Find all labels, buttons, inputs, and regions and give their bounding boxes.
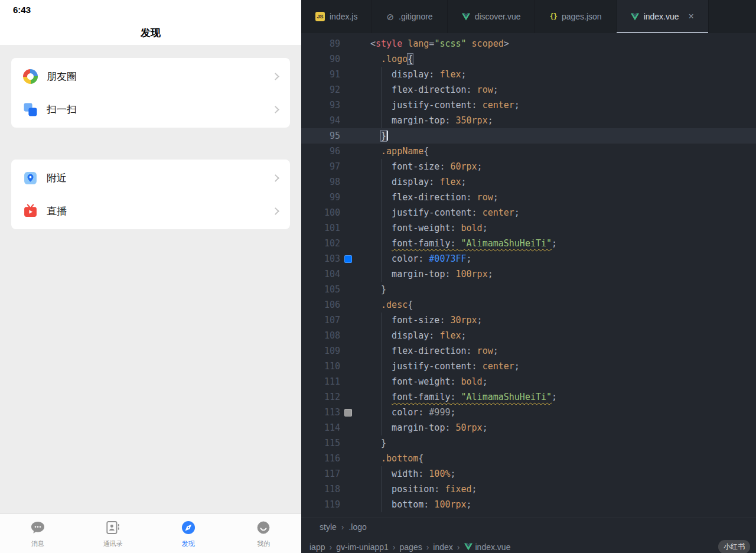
indent-guide bbox=[381, 205, 382, 220]
breadcrumb-label: style bbox=[320, 522, 337, 532]
tabbar-item-label: 通讯录 bbox=[103, 539, 123, 548]
code-line[interactable]: 89<style lang="scss" scoped> bbox=[301, 36, 756, 51]
code-line[interactable]: 97font-size: 60rpx; bbox=[301, 159, 756, 174]
code-line[interactable]: 95} bbox=[301, 128, 756, 144]
editor-tab-discover.vue[interactable]: discover.vue bbox=[448, 0, 536, 33]
breadcrumb-item[interactable]: pages bbox=[400, 542, 422, 552]
phone-tabbar: 消息通讯录发现我的 bbox=[0, 513, 301, 553]
line-number: 103 bbox=[301, 251, 340, 266]
editor-tab-label: index.vue bbox=[644, 12, 679, 21]
json-file-icon: {} bbox=[549, 12, 556, 21]
code-line[interactable]: 93justify-content: center; bbox=[301, 97, 756, 113]
breadcrumb-item[interactable]: index.vue bbox=[464, 542, 511, 552]
code-line[interactable]: 99flex-direction: row; bbox=[301, 190, 756, 205]
line-number: 110 bbox=[301, 359, 340, 374]
list-item-nearby[interactable]: 附近 bbox=[11, 161, 290, 194]
code-line[interactable]: 110justify-content: center; bbox=[301, 359, 756, 374]
scan-icon bbox=[23, 102, 38, 117]
code-line[interactable]: 103color: #0073FF; bbox=[301, 251, 756, 266]
code-line[interactable]: 117width: 100%; bbox=[301, 466, 756, 482]
editor-tab-index.js[interactable]: JSindex.js bbox=[301, 0, 372, 33]
code-line[interactable]: 115} bbox=[301, 435, 756, 451]
line-number: 112 bbox=[301, 389, 340, 405]
tabbar-item-contacts[interactable]: 通讯录 bbox=[76, 514, 151, 553]
code-line[interactable]: 106.desc{ bbox=[301, 297, 756, 313]
vue-file-icon bbox=[462, 13, 470, 21]
code-line[interactable]: 105} bbox=[301, 282, 756, 297]
indent-guide bbox=[381, 220, 382, 236]
indent-guide bbox=[381, 67, 382, 82]
editor-tab-index.vue[interactable]: index.vue× bbox=[617, 0, 709, 33]
code-line[interactable]: 108display: flex; bbox=[301, 328, 756, 343]
breadcrumb-item[interactable]: .logo bbox=[348, 522, 366, 532]
editor-tab-label: pages.json bbox=[562, 12, 602, 21]
editor-tab-pages.json[interactable]: {}pages.json bbox=[535, 0, 616, 33]
breadcrumb-item[interactable]: index bbox=[433, 542, 452, 552]
phone-panel: 6:43 发现 朋友圈扫一扫附近直播 消息通讯录发现我的 bbox=[0, 0, 301, 553]
line-number: 98 bbox=[301, 174, 340, 190]
indent-guide bbox=[381, 313, 382, 328]
code-line[interactable]: 112font-family: "AlimamaShuHeiTi"; bbox=[301, 389, 756, 405]
code-line[interactable]: 119bottom: 100rpx; bbox=[301, 497, 756, 512]
indent-guide bbox=[381, 251, 382, 266]
code-line[interactable]: 109flex-direction: row; bbox=[301, 343, 756, 359]
code-line[interactable]: 94margin-top: 350rpx; bbox=[301, 113, 756, 128]
line-number: 101 bbox=[301, 220, 340, 236]
indent-guide bbox=[381, 374, 382, 389]
color-swatch bbox=[344, 255, 352, 263]
discover-icon bbox=[181, 520, 196, 538]
line-number: 118 bbox=[301, 482, 340, 497]
code-line[interactable]: 118position: fixed; bbox=[301, 482, 756, 497]
code-line[interactable]: 92flex-direction: row; bbox=[301, 82, 756, 97]
watermark-badge: 小红书 bbox=[718, 540, 750, 553]
line-number: 95 bbox=[301, 128, 340, 144]
line-number: 108 bbox=[301, 328, 340, 343]
code-editor[interactable]: 89<style lang="scss" scoped>90.logo{91di… bbox=[301, 33, 756, 517]
me-icon bbox=[256, 520, 271, 538]
code-line[interactable]: 104margin-top: 100rpx; bbox=[301, 266, 756, 282]
code-line[interactable]: 116.bottom{ bbox=[301, 451, 756, 466]
tabbar-item-chat[interactable]: 消息 bbox=[0, 514, 76, 553]
code-line[interactable]: 113color: #999; bbox=[301, 405, 756, 420]
live-icon bbox=[23, 204, 38, 219]
list-item-label: 附近 bbox=[47, 171, 67, 185]
indent-guide bbox=[381, 482, 382, 497]
breadcrumb-label: gv-im-uniapp1 bbox=[336, 542, 389, 552]
editor-tab-.gitignore[interactable]: ⊘.gitignore bbox=[372, 0, 447, 33]
tabbar-item-me[interactable]: 我的 bbox=[226, 514, 302, 553]
list-item-moments[interactable]: 朋友圈 bbox=[11, 60, 290, 93]
indent-guide bbox=[381, 405, 382, 420]
indent-guide bbox=[381, 389, 382, 405]
line-number: 116 bbox=[301, 451, 340, 466]
line-number: 115 bbox=[301, 435, 340, 451]
code-line[interactable]: 90.logo{ bbox=[301, 51, 756, 67]
code-line[interactable]: 107font-size: 30rpx; bbox=[301, 313, 756, 328]
code-line[interactable]: 98display: flex; bbox=[301, 174, 756, 190]
nearby-icon bbox=[23, 171, 38, 186]
code-line[interactable]: 96.appName{ bbox=[301, 144, 756, 159]
line-number: 92 bbox=[301, 82, 340, 97]
code-line[interactable]: 101font-weight: bold; bbox=[301, 220, 756, 236]
breadcrumb-label: index.vue bbox=[475, 542, 511, 552]
discover-groups: 朋友圈扫一扫附近直播 bbox=[0, 58, 301, 229]
line-number: 109 bbox=[301, 343, 340, 359]
js-file-icon: JS bbox=[315, 12, 325, 21]
close-tab-icon[interactable]: × bbox=[689, 11, 694, 22]
indent-guide bbox=[381, 328, 382, 343]
code-line[interactable]: 111font-weight: bold; bbox=[301, 374, 756, 389]
chat-icon bbox=[30, 520, 45, 538]
breadcrumb-item[interactable]: style bbox=[320, 522, 337, 532]
tabbar-item-discover[interactable]: 发现 bbox=[151, 514, 226, 553]
line-number: 89 bbox=[301, 36, 340, 51]
list-item-live[interactable]: 直播 bbox=[11, 194, 290, 227]
list-group: 朋友圈扫一扫 bbox=[11, 58, 290, 128]
code-line[interactable]: 100justify-content: center; bbox=[301, 205, 756, 220]
code-line[interactable]: 114margin-top: 50rpx; bbox=[301, 420, 756, 435]
list-item-scan[interactable]: 扫一扫 bbox=[11, 93, 290, 126]
color-swatch bbox=[344, 409, 352, 417]
breadcrumb-label: .logo bbox=[348, 522, 366, 532]
breadcrumb-item[interactable]: gv-im-uniapp1 bbox=[336, 542, 389, 552]
code-line[interactable]: 91display: flex; bbox=[301, 67, 756, 82]
code-line[interactable]: 102font-family: "AlimamaShuHeiTi"; bbox=[301, 236, 756, 251]
breadcrumb-item[interactable]: iapp bbox=[309, 542, 325, 552]
